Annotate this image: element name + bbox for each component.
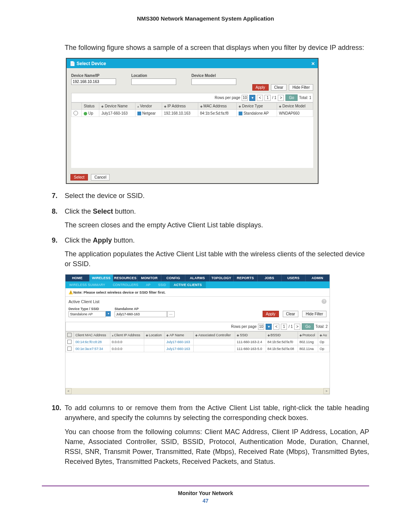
sort-icon: ◆ bbox=[239, 105, 241, 108]
tab-jobs[interactable]: JOBS bbox=[258, 275, 282, 281]
col-model[interactable]: ◆Device Model bbox=[277, 103, 313, 110]
page-input[interactable]: 1 bbox=[264, 95, 271, 101]
go-button[interactable]: Go bbox=[285, 94, 297, 101]
col-ip[interactable]: ◆IP Address bbox=[162, 103, 198, 110]
sort-icon: ◆ bbox=[146, 334, 148, 337]
browse-button[interactable]: … bbox=[167, 311, 175, 317]
scroll-right-icon[interactable]: > bbox=[323, 388, 330, 394]
subtab-ssid[interactable]: SSID bbox=[154, 281, 170, 288]
device-table: Status ◆Device Name ▴Vendor ◆IP Address … bbox=[71, 102, 313, 168]
dropdown-icon[interactable]: ▾ bbox=[249, 95, 255, 101]
tab-home[interactable]: HOME bbox=[65, 275, 89, 281]
dropdown-icon[interactable]: ▾ bbox=[266, 324, 272, 330]
rows-label: Rows per page bbox=[215, 96, 240, 100]
tab-monitor[interactable]: MONITOR bbox=[137, 275, 161, 281]
page-total: / 1 bbox=[288, 324, 293, 329]
col-radio[interactable] bbox=[72, 103, 82, 110]
close-icon[interactable]: × bbox=[311, 60, 315, 67]
col-ssid[interactable]: ◆SSID bbox=[235, 332, 266, 339]
tab-reports[interactable]: REPORTS bbox=[234, 275, 258, 281]
cancel-button[interactable]: Cancel bbox=[91, 174, 110, 181]
subtab-active-clients[interactable]: ACTIVE CLIENTS bbox=[170, 281, 206, 288]
dialog-title: Select Device bbox=[76, 61, 106, 66]
col-au[interactable]: ◆Au bbox=[318, 332, 330, 339]
vendor-icon bbox=[137, 112, 141, 115]
sub-tabs: WIRELESS SUMMARYCONTROLLERSAPSSIDACTIVE … bbox=[65, 281, 330, 288]
col-bssid[interactable]: ◆BSSID bbox=[266, 332, 298, 339]
tab-config[interactable]: CONFIG bbox=[161, 275, 185, 281]
page-prev[interactable]: < bbox=[257, 95, 263, 101]
checkbox[interactable] bbox=[67, 340, 72, 344]
input-location[interactable] bbox=[131, 78, 176, 85]
input-device-model[interactable] bbox=[191, 78, 236, 85]
doc-header: NMS300 Network Management System Applica… bbox=[23, 15, 388, 22]
doc-icon: 📄 bbox=[70, 61, 75, 66]
type-icon bbox=[239, 112, 242, 115]
sort-icon: ◆ bbox=[299, 334, 302, 337]
subtab-controllers[interactable]: CONTROLLERS bbox=[109, 281, 142, 288]
radio-button[interactable] bbox=[73, 111, 78, 115]
col-loc[interactable]: ◆Location bbox=[144, 332, 164, 339]
col-vendor[interactable]: ▴Vendor bbox=[135, 103, 162, 110]
step-9: 9.Click the Apply button. The applicatio… bbox=[23, 235, 388, 269]
hide-filter-button[interactable]: Hide Filter bbox=[289, 84, 313, 91]
warning-icon: ⚠️ bbox=[68, 290, 72, 294]
col-mac[interactable]: ◆MAC Address bbox=[198, 103, 236, 110]
clear-button[interactable]: Clear bbox=[283, 311, 299, 317]
col-mac[interactable]: Client MAC Address bbox=[74, 332, 110, 339]
apply-button[interactable]: Apply bbox=[263, 311, 279, 317]
select-device-dialog: 📄 Select Device × Device Name/IP Locatio… bbox=[66, 58, 319, 184]
horizontal-scrollbar[interactable]: < > bbox=[65, 388, 330, 394]
checkbox-all[interactable] bbox=[67, 333, 72, 337]
sort-asc-icon: ▴ bbox=[112, 334, 113, 337]
col-proto[interactable]: ◆Protocol bbox=[298, 332, 318, 339]
page-prev[interactable]: < bbox=[273, 324, 279, 330]
checkbox[interactable] bbox=[67, 347, 72, 351]
table-row[interactable]: Up July17-660-163 Netgear 192.168.10.163… bbox=[72, 110, 313, 117]
pager-top: Rows per page 10 ▾ < 1 / 1 > Go Total: 1 bbox=[71, 93, 313, 102]
tab-alarms[interactable]: ALARMS bbox=[185, 275, 209, 281]
page-next[interactable]: > bbox=[294, 324, 300, 330]
sort-icon: ◆ bbox=[101, 105, 104, 108]
tab-topology[interactable]: TOPOLOGY bbox=[210, 275, 234, 281]
input-ap[interactable] bbox=[115, 311, 167, 317]
note-bar: ⚠️ Note: Please select wireless device o… bbox=[65, 288, 330, 297]
apply-button[interactable]: Apply bbox=[252, 84, 269, 91]
clear-button[interactable]: Clear bbox=[271, 84, 287, 91]
tab-wireless[interactable]: WIRELESS bbox=[89, 275, 113, 281]
help-icon[interactable]: ? bbox=[322, 299, 327, 304]
tab-resources[interactable]: RESOURCES bbox=[113, 275, 137, 281]
intro-text: The following figure shows a sample of a… bbox=[23, 43, 388, 53]
col-ip[interactable]: ▴Client IP Address bbox=[110, 332, 144, 339]
col-status[interactable]: Status bbox=[82, 103, 99, 110]
label-device-model: Device Model bbox=[191, 73, 236, 78]
status-up-icon bbox=[84, 112, 87, 115]
sort-asc-icon: ▴ bbox=[137, 105, 139, 108]
col-type[interactable]: ◆Device Type bbox=[236, 103, 277, 110]
page-next[interactable]: > bbox=[278, 95, 284, 101]
tab-users[interactable]: USERS bbox=[282, 275, 306, 281]
subtab-wireless-summary[interactable]: WIRELESS SUMMARY bbox=[65, 281, 109, 288]
input-device-name[interactable] bbox=[71, 78, 116, 85]
col-name[interactable]: ◆Device Name bbox=[99, 103, 135, 110]
rows-label: Rows per page bbox=[231, 324, 256, 329]
tab-admin[interactable]: ADMIN bbox=[306, 275, 330, 281]
rows-size[interactable]: 10 bbox=[258, 324, 264, 330]
scroll-left-icon[interactable]: < bbox=[65, 388, 72, 394]
label-device-name: Device Name/IP bbox=[71, 73, 116, 78]
select-device-type[interactable]: Standalone AP bbox=[68, 311, 106, 317]
select-button[interactable]: Select bbox=[70, 174, 88, 181]
field-location: Location bbox=[131, 73, 176, 85]
col-ap[interactable]: ◆AP Name bbox=[165, 332, 194, 339]
doc-footer-title: Monitor Your Network bbox=[23, 490, 388, 496]
page-input[interactable]: 1 bbox=[281, 324, 287, 330]
hide-filter-button[interactable]: Hide Filter bbox=[302, 311, 327, 317]
col-check[interactable] bbox=[66, 332, 74, 339]
table-row[interactable]: 00:1e:3a:e7:57:340.0.0.0July17-660-16311… bbox=[66, 345, 330, 352]
rows-size[interactable]: 10 bbox=[242, 95, 248, 101]
subtab-ap[interactable]: AP bbox=[142, 281, 154, 288]
go-button[interactable]: Go bbox=[302, 323, 314, 330]
dropdown-icon[interactable]: ▾ bbox=[106, 311, 111, 316]
col-ctrl[interactable]: ◆Associated Controller bbox=[193, 332, 235, 339]
table-row[interactable]: 00:14:6c:f0:c8:280.0.0.0July17-660-16311… bbox=[66, 339, 330, 345]
